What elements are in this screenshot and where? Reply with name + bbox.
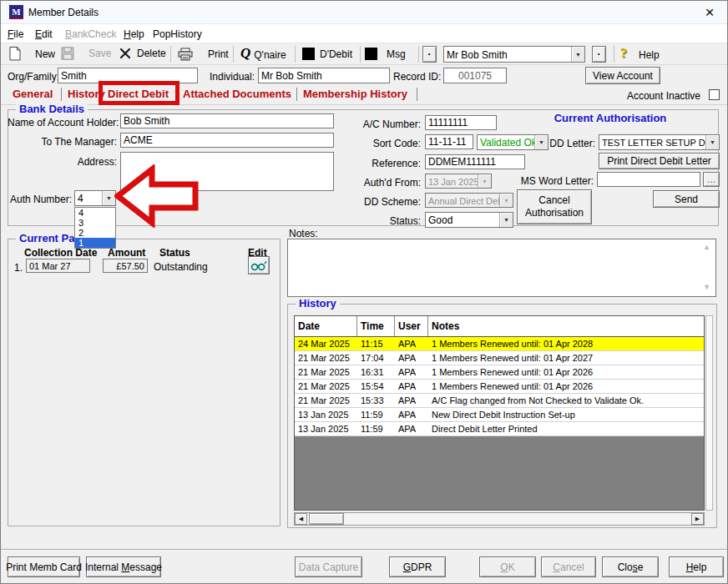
tab-general[interactable]: General bbox=[13, 88, 53, 100]
print-memb-card-button[interactable]: Print Memb Card bbox=[8, 556, 80, 577]
window-title: Member Details bbox=[28, 7, 99, 18]
new-button[interactable]: New bbox=[9, 47, 55, 61]
dropdown-option-selected[interactable]: 1 bbox=[75, 238, 115, 248]
dropdown-option[interactable]: 2 bbox=[75, 228, 115, 238]
dropdown-option[interactable]: 4 bbox=[75, 208, 115, 218]
vertical-scrollbar-track[interactable] bbox=[705, 315, 713, 511]
cancel-authorisation-line2: Authorisation bbox=[525, 207, 584, 219]
cell-time: 11:15 bbox=[357, 339, 395, 349]
cell-user: APA bbox=[395, 395, 428, 405]
send-button[interactable]: Send bbox=[653, 190, 720, 208]
ok-post: K bbox=[508, 561, 515, 573]
msg-button[interactable]: Msg bbox=[365, 48, 406, 60]
ms-word-browse-button[interactable]: ... bbox=[703, 172, 720, 187]
title-bar: M Member Details × bbox=[1, 1, 727, 24]
table-row[interactable]: 24 Mar 2025 11:15 APA 1 Members Renewed … bbox=[295, 337, 704, 351]
header-date[interactable]: Date bbox=[295, 316, 357, 336]
dd-letter-select[interactable]: TEST LETTER SETUP D ▼ bbox=[599, 134, 720, 150]
payment-status: Outstanding bbox=[154, 261, 208, 273]
close-icon[interactable]: × bbox=[697, 2, 722, 23]
status-value: Good bbox=[426, 214, 499, 226]
tab-membership-history[interactable]: Membership History bbox=[303, 88, 407, 100]
help-post: elp bbox=[693, 561, 706, 573]
gdpr-button[interactable]: GDPR bbox=[389, 556, 446, 577]
scroll-up-icon[interactable]: ▲ bbox=[703, 243, 710, 251]
sort-code-field[interactable]: 11-11-11 bbox=[425, 134, 473, 149]
cell-notes: New Direct Debit Instruction Set-up bbox=[428, 410, 704, 420]
table-row[interactable]: 13 Jan 2025 11:59 APA Direct Debit Lette… bbox=[295, 422, 704, 436]
account-holder-field[interactable]: Bob Smith bbox=[120, 113, 334, 128]
help-button[interactable]: ? Help bbox=[620, 46, 660, 61]
delete-button-label: Delete bbox=[137, 48, 166, 59]
menu-edit[interactable]: Edit bbox=[35, 28, 53, 40]
ddebit-button[interactable]: D'Debit bbox=[302, 48, 352, 60]
table-row[interactable]: 21 Mar 2025 15:33 APA A/C Flag changed f… bbox=[295, 394, 704, 408]
data-capture-label: Data Capture bbox=[299, 561, 358, 573]
menu-pophistory[interactable]: PopHistory bbox=[153, 28, 202, 40]
member-next-dot-button[interactable]: · bbox=[592, 46, 606, 63]
table-row[interactable]: 21 Mar 2025 16:31 APA 1 Members Renewed … bbox=[295, 365, 704, 380]
org-family-label: Org/Family: bbox=[8, 71, 59, 83]
help-key: H bbox=[686, 561, 694, 573]
cell-user: APA bbox=[395, 410, 428, 420]
toolbar-separator bbox=[170, 46, 171, 63]
org-family-value: Smith bbox=[61, 70, 87, 82]
reference-value: DDMEM111111 bbox=[428, 156, 496, 168]
ac-number-field[interactable]: 11111111 bbox=[425, 115, 497, 130]
ms-word-letter-field[interactable] bbox=[597, 172, 700, 187]
current-payments-group: Current Payments bbox=[8, 239, 281, 526]
header-notes[interactable]: Notes bbox=[428, 316, 704, 336]
help-footer-button[interactable]: Help bbox=[669, 556, 724, 577]
scroll-right-icon[interactable]: ▶ bbox=[691, 513, 704, 525]
delete-button[interactable]: Delete bbox=[119, 48, 166, 59]
tab-attached-documents[interactable]: Attached Documents bbox=[183, 88, 291, 100]
chevron-down-icon[interactable]: ▼ bbox=[102, 191, 115, 205]
horizontal-scrollbar[interactable]: ◀ ▶ bbox=[294, 512, 705, 526]
menu-file[interactable]: File bbox=[8, 28, 23, 40]
close-button[interactable]: Close bbox=[602, 556, 659, 577]
print-button[interactable]: Print bbox=[178, 48, 229, 61]
chevron-down-icon[interactable]: ▼ bbox=[499, 213, 513, 227]
dropdown-option[interactable]: 3 bbox=[75, 218, 115, 228]
reference-field[interactable]: DDMEM111111 bbox=[425, 154, 525, 169]
account-inactive-checkbox[interactable] bbox=[709, 89, 720, 100]
cell-notes: Direct Debit Letter Printed bbox=[428, 424, 704, 434]
to-the-manager-field[interactable]: ACME bbox=[120, 133, 334, 148]
scrollbar-thumb[interactable] bbox=[309, 513, 344, 525]
member-prev-dot-button[interactable]: · bbox=[422, 46, 437, 63]
cancel-authorisation-button[interactable]: Cancel Authorisation bbox=[517, 189, 592, 224]
header-user[interactable]: User bbox=[395, 316, 428, 336]
chevron-down-icon[interactable]: ▼ bbox=[571, 47, 584, 62]
table-row[interactable]: 21 Mar 2025 17:04 APA 1 Members Renewed … bbox=[295, 351, 704, 365]
annotation-box-direct-debit bbox=[99, 81, 179, 105]
auth-number-select[interactable]: 4 ▼ bbox=[74, 190, 116, 206]
auth-number-value: 4 bbox=[75, 192, 102, 204]
individual-field[interactable]: Mr Bob Smith bbox=[258, 68, 390, 83]
dd-scheme-select: Annual Direct Debit Sch ▼ bbox=[425, 193, 513, 208]
address-label: Address: bbox=[8, 156, 117, 168]
notes-field[interactable] bbox=[287, 239, 716, 297]
record-id-value: 001075 bbox=[458, 70, 492, 82]
menu-help[interactable]: Help bbox=[124, 28, 144, 40]
status-select[interactable]: Good ▼ bbox=[425, 212, 513, 228]
scroll-left-icon[interactable]: ◀ bbox=[295, 513, 307, 525]
scroll-down-icon[interactable]: ▼ bbox=[703, 283, 710, 291]
chevron-down-icon[interactable]: ▼ bbox=[705, 135, 719, 149]
internal-message-pre: Internal bbox=[85, 561, 121, 573]
cell-time: 11:59 bbox=[357, 424, 395, 434]
col-amount: Amount bbox=[108, 247, 145, 259]
print-dd-letter-button[interactable]: Print Direct Debit Letter bbox=[599, 153, 720, 169]
msg-button-label: Msg bbox=[387, 48, 406, 60]
table-row[interactable]: 21 Mar 2025 15:54 APA 1 Members Renewed … bbox=[295, 380, 704, 394]
payment-edit-button[interactable] bbox=[248, 256, 270, 274]
internal-message-button[interactable]: Internal Message bbox=[86, 556, 161, 577]
ms-word-letter-label: MS Word Letter: bbox=[518, 175, 594, 187]
toolbar-separator bbox=[360, 46, 361, 63]
member-select[interactable]: Mr Bob Smith ▼ bbox=[443, 46, 585, 63]
qnaire-button[interactable]: Q Q'naire bbox=[240, 45, 286, 62]
delete-x-icon bbox=[119, 48, 131, 59]
table-row[interactable]: 13 Jan 2025 11:59 APA New Direct Debit I… bbox=[295, 408, 704, 422]
view-account-button[interactable]: View Account bbox=[585, 67, 660, 84]
header-time[interactable]: Time bbox=[357, 316, 395, 336]
cell-date: 21 Mar 2025 bbox=[295, 353, 357, 363]
